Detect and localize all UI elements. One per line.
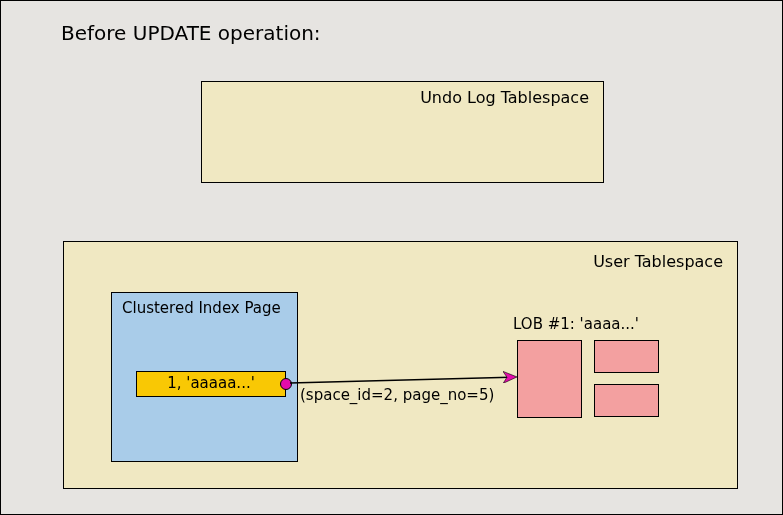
clustered-index-page-label: Clustered Index Page (122, 299, 281, 317)
lob-block-large (517, 340, 582, 418)
user-tablespace-label: User Tablespace (593, 252, 723, 271)
lob-reference-text: (space_id=2, page_no=5) (300, 386, 494, 404)
clustered-index-page: Clustered Index Page 1, 'aaaaa...' (111, 292, 298, 462)
user-tablespace: User Tablespace Clustered Index Page 1, … (63, 241, 738, 489)
index-record: 1, 'aaaaa...' (136, 371, 286, 397)
diagram-canvas: Before UPDATE operation: Undo Log Tables… (0, 0, 783, 515)
lob-label: LOB #1: 'aaaa...' (513, 315, 639, 333)
diagram-title: Before UPDATE operation: (61, 21, 321, 45)
svg-line-0 (290, 377, 515, 383)
lob-block-small-bottom (594, 384, 659, 417)
undo-log-label: Undo Log Tablespace (420, 88, 589, 107)
lob-reference-dot (280, 378, 292, 390)
lob-block-small-top (594, 340, 659, 373)
undo-log-tablespace: Undo Log Tablespace (201, 81, 604, 183)
